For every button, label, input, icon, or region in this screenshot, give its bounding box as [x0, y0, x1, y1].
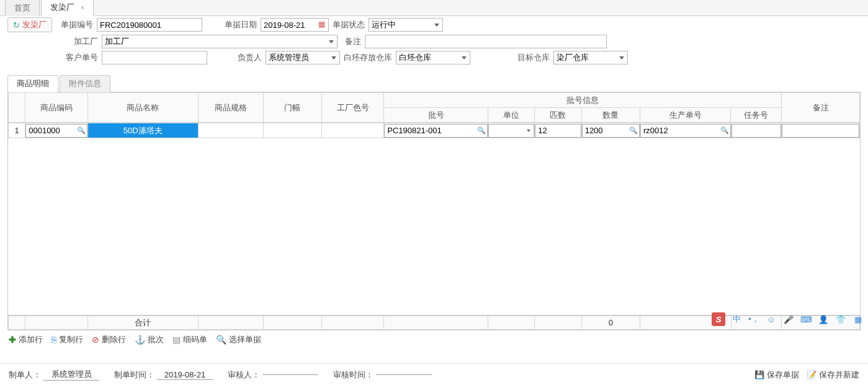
- doc-date-input[interactable]: [261, 18, 329, 32]
- col-code[interactable]: 商品编码: [25, 93, 88, 123]
- cell-unit[interactable]: [488, 124, 534, 138]
- doc-state-label: 单据状态: [329, 19, 369, 30]
- pick-doc-button[interactable]: 🔍选择单据: [216, 334, 261, 345]
- doc-no-input[interactable]: [97, 18, 202, 32]
- col-name[interactable]: 商品名称: [87, 93, 198, 123]
- cell-prod-no[interactable]: 🔍: [640, 124, 731, 138]
- plus-icon: ✚: [9, 335, 16, 345]
- col-task-no[interactable]: 任务号: [731, 108, 782, 123]
- bolt-input[interactable]: [535, 124, 581, 138]
- person-select[interactable]: [266, 51, 340, 64]
- unit-select[interactable]: [488, 124, 534, 138]
- maker-label: 制单人：: [9, 369, 41, 381]
- ime-emoji-icon[interactable]: ☺: [765, 313, 777, 325]
- ime-mic-icon[interactable]: 🎤: [782, 313, 795, 325]
- tab-home[interactable]: 首页: [5, 0, 40, 16]
- cell-color[interactable]: [321, 123, 384, 138]
- subtab-attachment[interactable]: 附件信息: [60, 75, 110, 92]
- col-spec[interactable]: 商品规格: [198, 93, 263, 123]
- grid-body-table: 1 🔍 50D涤塔夫 🔍 🔍 🔍: [8, 123, 860, 138]
- maker-value: 系统管理员: [43, 369, 99, 381]
- ime-skin-icon[interactable]: 👕: [834, 313, 847, 325]
- grid-header: 商品编码 商品名称 商品规格 门幅 工厂色号 批号信息 备注 批号 单位 匹数 …: [8, 92, 860, 123]
- auditor-label: 审核人：: [228, 369, 260, 381]
- dye-factory-button[interactable]: ↻ 发染厂: [7, 17, 52, 32]
- note-input[interactable]: [782, 124, 859, 138]
- ime-logo-icon[interactable]: S: [712, 312, 725, 326]
- col-prod-no[interactable]: 生产单号: [640, 108, 731, 123]
- target-wh-select[interactable]: [553, 51, 628, 64]
- ime-user-icon[interactable]: 👤: [817, 313, 830, 325]
- raw-wh-select[interactable]: [396, 51, 470, 64]
- doc-no-label: 单据编号: [57, 19, 97, 30]
- ime-punct-icon[interactable]: •，: [748, 313, 760, 325]
- col-qty[interactable]: 数量: [581, 108, 640, 123]
- row-index: 1: [9, 123, 25, 138]
- batch-input[interactable]: [384, 124, 488, 138]
- col-batch-group: 批号信息: [384, 93, 782, 108]
- batch-button[interactable]: ⚓批次: [135, 334, 164, 345]
- code-sheet-button[interactable]: ▤细码单: [172, 334, 207, 345]
- search-icon[interactable]: 🔍: [629, 126, 638, 134]
- cell-name[interactable]: 50D涤塔夫: [87, 123, 198, 138]
- anchor-icon: ⚓: [135, 335, 145, 345]
- col-batch[interactable]: 批号: [384, 108, 488, 123]
- remark-input[interactable]: [365, 35, 607, 48]
- delete-icon: ⊘: [92, 335, 99, 345]
- cell-batch[interactable]: 🔍: [384, 124, 488, 138]
- search-icon[interactable]: 🔍: [77, 126, 86, 134]
- save-button[interactable]: 💾保存单据: [754, 369, 799, 381]
- search-icon: 🔍: [216, 335, 226, 345]
- col-unit[interactable]: 单位: [488, 108, 534, 123]
- col-note[interactable]: 备注: [782, 93, 860, 123]
- tab-dye-label: 发染厂: [50, 2, 74, 12]
- doc-state-select[interactable]: [369, 18, 443, 32]
- close-icon[interactable]: ×: [81, 4, 84, 11]
- detail-grid: 商品编码 商品名称 商品规格 门幅 工厂色号 批号信息 备注 批号 单位 匹数 …: [7, 92, 861, 330]
- delete-row-button[interactable]: ⊘删除行: [92, 334, 126, 345]
- subtab-detail[interactable]: 商品明细: [7, 75, 58, 92]
- col-bolt[interactable]: 匹数: [535, 108, 581, 123]
- ime-toolbox-icon[interactable]: ▦: [852, 313, 864, 325]
- refresh-icon: ↻: [13, 20, 20, 30]
- target-wh-label: 目标仓库: [514, 52, 553, 63]
- dye-factory-button-label: 发染厂: [22, 19, 47, 30]
- save-and-new-button[interactable]: 📝保存并新建: [807, 369, 859, 381]
- footer-total-label: 合计: [87, 316, 198, 330]
- auditor-value: [262, 374, 318, 375]
- cust-no-input[interactable]: [102, 51, 207, 64]
- ime-lang-icon[interactable]: 中: [730, 313, 743, 325]
- task-no-input[interactable]: [732, 124, 782, 138]
- doc-date-label: 单据日期: [221, 19, 261, 30]
- footer-qty-total: 0: [581, 316, 640, 330]
- raw-wh-label: 白坯存放仓库: [340, 52, 396, 63]
- sub-tab-bar: 商品明细 附件信息: [7, 74, 861, 92]
- add-row-button[interactable]: ✚添加行: [9, 334, 43, 345]
- main-tab-bar: 首页 发染厂 ×: [0, 0, 868, 16]
- save-icon: 💾: [754, 370, 764, 379]
- remark-label: 备注: [338, 36, 365, 47]
- make-time-label: 制单时间：: [114, 369, 154, 381]
- cell-width[interactable]: [263, 123, 321, 138]
- audit-time-label: 审核时间：: [333, 369, 374, 381]
- col-width[interactable]: 门幅: [263, 93, 321, 123]
- document-footer: 制单人： 系统管理员 制单时间： 2019-08-21 审核人： 审核时间： 💾…: [0, 363, 868, 383]
- prod-no-input[interactable]: [640, 124, 731, 138]
- search-icon[interactable]: 🔍: [720, 126, 729, 134]
- ime-toolbar[interactable]: S 中 •， ☺ 🎤 ⌨ 👤 👕 ▦: [712, 312, 864, 326]
- cell-code[interactable]: 🔍: [25, 124, 87, 138]
- save-new-icon: 📝: [807, 370, 817, 379]
- col-color[interactable]: 工厂色号: [321, 93, 384, 123]
- search-icon[interactable]: 🔍: [477, 126, 486, 134]
- factory-select[interactable]: [102, 35, 338, 48]
- cell-qty[interactable]: 🔍: [582, 124, 640, 138]
- table-row[interactable]: 1 🔍 50D涤塔夫 🔍 🔍 🔍: [9, 123, 860, 138]
- person-label: 负责人: [226, 52, 266, 63]
- ime-keyboard-icon[interactable]: ⌨: [800, 313, 812, 325]
- grid-action-bar: ✚添加行 ⎘复制行 ⊘删除行 ⚓批次 ▤细码单 🔍选择单据: [0, 330, 868, 349]
- cell-spec[interactable]: [198, 123, 263, 138]
- tab-dye-factory[interactable]: 发染厂 ×: [41, 0, 94, 16]
- copy-row-button[interactable]: ⎘复制行: [51, 334, 83, 345]
- copy-icon: ⎘: [51, 335, 56, 345]
- make-time-value: 2019-08-21: [157, 370, 213, 380]
